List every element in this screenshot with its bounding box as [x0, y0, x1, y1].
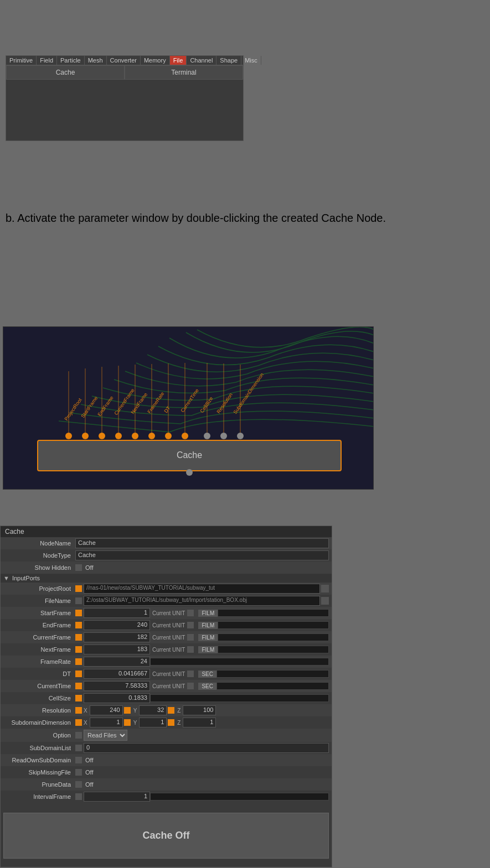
res-z-btn[interactable] — [168, 707, 174, 714]
tab-content — [6, 80, 243, 141]
field-endframe[interactable]: 240 — [84, 620, 150, 630]
menu-primitive[interactable]: Primitive — [6, 56, 37, 65]
field-subdomaindim-z[interactable]: 1 — [183, 718, 216, 727]
dt-slider[interactable] — [216, 670, 329, 678]
label-dt: DT — [3, 671, 75, 677]
menu-misc[interactable]: Misc — [241, 56, 261, 65]
projectroot-extra-btn[interactable] — [321, 585, 329, 592]
param-row-currenttime: CurrentTime 7.58333 Current UNIT SEC — [1, 680, 332, 692]
label-currentframe: CurrentFrame — [3, 634, 75, 641]
showhidden-toggle[interactable] — [75, 564, 82, 571]
subdomainlist-btn[interactable] — [75, 745, 82, 751]
readownsubdomain-btn[interactable] — [75, 757, 82, 763]
label-framerate: FrameRate — [3, 658, 75, 665]
field-subdomainlist[interactable]: 0 — [84, 743, 329, 753]
res-y-btn[interactable] — [124, 707, 131, 714]
currenttime-unit-btn[interactable] — [187, 683, 194, 689]
currenttime-sec: SEC — [198, 683, 216, 690]
dt-unit-btn[interactable] — [187, 671, 194, 677]
option-select[interactable]: Read Files — [84, 730, 127, 741]
field-subdomaindim-x[interactable]: 1 — [90, 718, 123, 727]
endframe-unit-btn[interactable] — [187, 622, 194, 628]
filename-btn[interactable] — [75, 597, 82, 604]
framerate-slider[interactable] — [150, 658, 329, 666]
framerate-btn[interactable] — [75, 658, 82, 665]
prunedata-btn[interactable] — [75, 781, 82, 788]
endframe-film: FILM — [198, 622, 218, 629]
nextframe-slider[interactable] — [218, 646, 329, 653]
label-startframe: StartFrame — [3, 610, 75, 616]
svg-point-22 — [65, 433, 72, 439]
option-btn[interactable] — [75, 732, 82, 739]
label-resolution: Resolution — [3, 707, 75, 714]
field-resolution-y[interactable]: 32 — [139, 705, 167, 715]
field-framerate[interactable]: 24 — [84, 657, 150, 667]
resolution-btn[interactable] — [75, 707, 82, 714]
svg-point-29 — [182, 433, 188, 439]
currenttime-btn[interactable] — [75, 683, 82, 689]
param-row-currentframe: CurrentFrame 182 Current UNIT FILM — [1, 631, 332, 643]
field-nextframe[interactable]: 183 — [84, 644, 150, 654]
currentframe-slider[interactable] — [218, 633, 329, 641]
tab-cache[interactable]: Cache — [6, 65, 125, 80]
field-nodetype[interactable]: Cache — [75, 550, 329, 560]
menu-file[interactable]: File — [170, 56, 187, 65]
menu-channel[interactable]: Channel — [187, 56, 216, 65]
intervalframe-slider[interactable] — [150, 793, 329, 801]
dt-btn[interactable] — [75, 671, 82, 677]
field-dt[interactable]: 0.0416667 — [84, 669, 150, 679]
field-projectroot[interactable]: //nas-01/new/osta/SUBWAY_TUTORIAL/subway… — [84, 584, 320, 594]
field-resolution-z[interactable]: 100 — [183, 705, 216, 715]
projectroot-btn[interactable] — [75, 585, 82, 592]
menu-memory[interactable]: Memory — [141, 56, 170, 65]
currentframe-unit-btn[interactable] — [187, 634, 194, 641]
label-nodetype: NodeType — [3, 552, 75, 559]
svg-text:EndFrame: EndFrame — [96, 395, 114, 417]
param-row-skipmissingfile: SkipMissingFile Off — [1, 766, 332, 778]
field-startframe[interactable]: 1 — [84, 608, 150, 618]
svg-text:Cache: Cache — [177, 450, 202, 460]
param-row-readownsubdomain: ReadOwnSubDomain Off — [1, 754, 332, 766]
subdim-z-btn[interactable] — [168, 719, 174, 726]
menu-shape[interactable]: Shape — [216, 56, 241, 65]
svg-point-23 — [82, 433, 89, 439]
cellsize-btn[interactable] — [75, 695, 82, 701]
label-nodename: NodeName — [3, 540, 75, 547]
subdomaindim-btn[interactable] — [75, 719, 82, 726]
endframe-slider[interactable] — [218, 621, 329, 629]
nextframe-unit-btn[interactable] — [187, 646, 194, 653]
filename-extra-btn[interactable] — [321, 597, 329, 605]
startframe-slider[interactable] — [218, 609, 329, 617]
field-currentframe[interactable]: 182 — [84, 632, 150, 642]
startframe-unit-btn[interactable] — [187, 610, 194, 616]
currenttime-unit-label: Current UNIT — [152, 683, 185, 689]
field-resolution-x[interactable]: 240 — [90, 705, 123, 715]
startframe-btn[interactable] — [75, 610, 82, 616]
nextframe-btn[interactable] — [75, 646, 82, 653]
tab-bar: Cache Terminal — [6, 65, 243, 80]
intervalframe-btn[interactable] — [75, 793, 82, 800]
field-subdomaindim-y[interactable]: 1 — [139, 718, 167, 727]
skipmissingfile-btn[interactable] — [75, 769, 82, 776]
tab-terminal[interactable]: Terminal — [125, 65, 243, 80]
section-inputports[interactable]: ▼ InputPorts — [1, 574, 332, 583]
menu-particle[interactable]: Particle — [57, 56, 85, 65]
currenttime-slider[interactable] — [216, 682, 329, 690]
menu-bar: Primitive Field Particle Mesh Converter … — [6, 56, 243, 65]
field-cellsize[interactable]: 0.1833 — [84, 693, 150, 703]
param-row-prunedata: PruneData Off — [1, 778, 332, 791]
field-intervalframe[interactable]: 1 — [84, 792, 150, 802]
subdim-y-btn[interactable] — [124, 719, 131, 726]
svg-point-28 — [165, 433, 172, 439]
field-filename[interactable]: Z:/osta/SUBWAY_TUTORIAL/subway_tut/Impor… — [84, 596, 320, 606]
res-y-label: Y — [133, 708, 137, 714]
currentframe-btn[interactable] — [75, 634, 82, 641]
nextframe-unit-label: Current UNIT — [152, 647, 185, 653]
field-currenttime[interactable]: 7.58333 — [84, 681, 150, 691]
menu-mesh[interactable]: Mesh — [85, 56, 107, 65]
cellsize-slider[interactable] — [150, 694, 329, 702]
endframe-btn[interactable] — [75, 622, 82, 628]
menu-field[interactable]: Field — [37, 56, 57, 65]
menu-converter[interactable]: Converter — [107, 56, 141, 65]
field-nodename[interactable]: Cache — [75, 538, 329, 548]
